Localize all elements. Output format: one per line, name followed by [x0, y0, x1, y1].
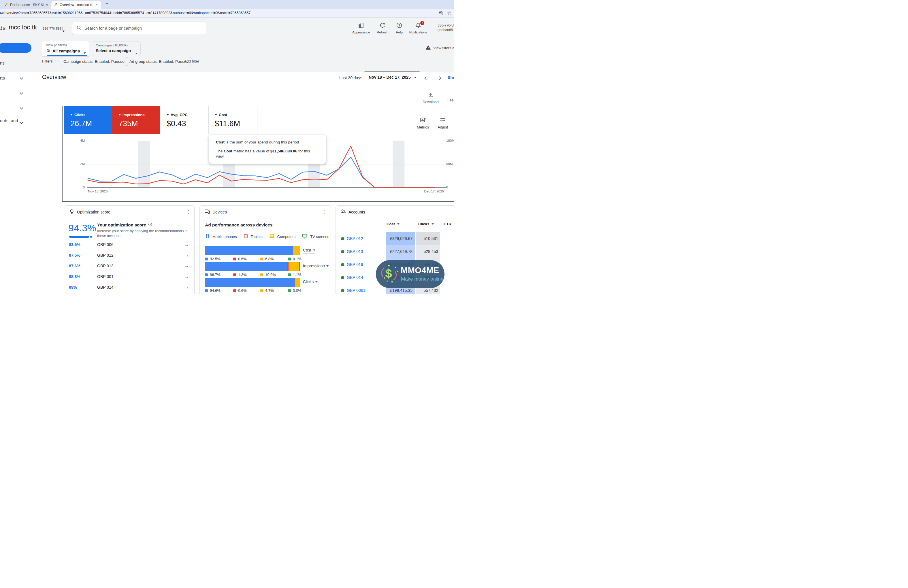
primary-action-pill[interactable]: [0, 43, 31, 53]
device-pct-row: 94.6% 0.6% 4.7% 0.0%: [205, 288, 303, 292]
row-score: 89%: [69, 285, 77, 289]
notifications-button[interactable]: Notifications: [407, 22, 429, 34]
account-link[interactable]: GBP 019: [347, 262, 363, 267]
zoom-in-icon[interactable]: [439, 10, 444, 17]
arrow-right-icon[interactable]: →: [184, 274, 189, 280]
arrow-right-icon[interactable]: →: [184, 252, 189, 258]
help-button[interactable]: ? Help: [388, 22, 410, 34]
metric-label: Avg. CPC: [171, 112, 188, 117]
view-filter-label: View (2 filters): [46, 43, 67, 47]
search-input[interactable]: Search for a page or campaign: [72, 22, 206, 35]
devices-chart-title: Ad performance across devices: [205, 222, 272, 228]
card-menu-icon[interactable]: ⋮: [186, 209, 191, 215]
metric-value: 735M: [119, 119, 160, 128]
metric-caret-icon: [119, 114, 121, 116]
sidebar-item-keywords-fragment[interactable]: ords, and: [0, 118, 18, 123]
bar-metric-dropdown-cost[interactable]: Cost: [303, 248, 316, 254]
chevron-down-icon[interactable]: [19, 76, 23, 80]
sidebar-item-reports-fragment[interactable]: rts: [0, 76, 5, 80]
chevron-down-icon[interactable]: [19, 106, 23, 109]
search-placeholder: Search for a page or campaign: [84, 26, 142, 31]
account-link[interactable]: GBP 014: [347, 275, 363, 280]
mmo4me-watermark: $ MMO4ME Make money online: [376, 260, 444, 288]
card-menu-icon[interactable]: ⋮: [322, 209, 327, 215]
user-info[interactable]: 336-776-58 ganhan69: [438, 23, 454, 32]
refresh-icon: [379, 24, 386, 29]
column-header-ctr: CTR: [444, 222, 451, 229]
tab-close-icon[interactable]: ×: [95, 3, 98, 6]
metric-value: $0.43: [167, 119, 208, 128]
new-tab-button[interactable]: +: [106, 1, 108, 6]
chevron-down-icon[interactable]: [19, 120, 23, 124]
optimization-row[interactable]: 83.5% GBP 006 →: [64, 239, 194, 250]
optimization-row[interactable]: 89% GBP 014 →: [64, 282, 194, 293]
metric-card-avg-cpc[interactable]: Avg. CPC $0.43: [160, 106, 208, 134]
chevron-down-icon[interactable]: [19, 91, 23, 95]
optimization-row[interactable]: 87.5% GBP 012 →: [64, 250, 194, 261]
column-header-clicks[interactable]: Clicks: [418, 222, 434, 229]
time-series-chart: 4M 2M 0 180M 90M 0 Nov 18, 2025 Dec 17, …: [64, 139, 449, 198]
account-link[interactable]: GBP 013: [347, 249, 363, 254]
appearance-button[interactable]: Appearance: [351, 22, 372, 34]
left-axis-tick: 0: [64, 186, 85, 189]
bar-metric-dropdown-impressions[interactable]: Impressions: [303, 263, 328, 269]
metrics-button[interactable]: Metrics: [413, 117, 433, 129]
metric-card-cost[interactable]: Cost $11.6M: [208, 106, 256, 134]
account-picker-caret-icon[interactable]: [62, 28, 64, 33]
filter-chip-campaign-status[interactable]: Campaign status: Enabled, Paused: [58, 57, 129, 66]
account-link[interactable]: GBP 0061: [347, 288, 365, 293]
url-bar[interactable]: aw/overview?ocid=7865368557&euid=1560821…: [0, 9, 454, 18]
add-filter-button[interactable]: Add filter: [184, 59, 199, 63]
view-filters-warning: View filters aren't: [425, 45, 454, 51]
feedback-link[interactable]: Feedback: [448, 98, 454, 102]
metric-label: Cost: [219, 112, 227, 117]
left-axis-tick: 2M: [64, 162, 85, 165]
appearance-icon: [358, 24, 364, 29]
mmo4me-logo: $: [379, 263, 399, 286]
google-ads-favicon: [54, 3, 58, 7]
column-header-cost[interactable]: Cost: [386, 222, 399, 229]
metric-card-clicks[interactable]: Clicks 26.7M: [64, 106, 112, 134]
arrow-right-icon[interactable]: →: [184, 263, 189, 269]
arrow-right-icon[interactable]: →: [184, 242, 189, 247]
bookmark-star-icon[interactable]: ☆: [447, 10, 451, 16]
adjust-button[interactable]: Adjust: [433, 117, 453, 129]
metric-caret-icon: [167, 114, 169, 116]
filter-chip-adgroup-status[interactable]: Ad group status: Enabled, Paused: [124, 57, 193, 66]
metric-card-impressions[interactable]: Impressions 735M: [112, 106, 160, 134]
row-account: GBP 001: [97, 274, 114, 279]
google-ads-favicon: [5, 3, 8, 7]
metric-value: 26.7M: [70, 119, 112, 128]
date-range-dropdown[interactable]: Nov 18 – Dec 17, 2025: [364, 71, 420, 83]
optimization-row[interactable]: 87.6% GBP 013 →: [64, 261, 194, 272]
view-filter-dropdown[interactable]: View (2 filters) All campaigns: [42, 41, 89, 56]
svg-text:$: $: [385, 267, 392, 280]
sidebar-item-campaigns-fragment[interactable]: ns: [0, 61, 5, 66]
warning-triangle-icon: [425, 45, 431, 51]
next-period-button[interactable]: [438, 76, 441, 81]
download-button[interactable]: Download: [421, 92, 440, 104]
arrow-right-icon[interactable]: →: [184, 284, 189, 290]
date-range-value: Nov 18 – Dec 17, 2025: [369, 75, 411, 80]
browser-tab-strip: Performance - SKY NET GBP 24 × Overview …: [0, 0, 454, 9]
adjust-sliders-icon: [440, 119, 446, 124]
enabled-status-dot: [341, 276, 344, 279]
url-text: aw/overview?ocid=7865368557&euid=1560821…: [0, 11, 251, 15]
tab-close-icon[interactable]: ×: [46, 3, 48, 6]
row-account: GBP 012: [97, 253, 114, 257]
tab-overview[interactable]: Overview - mcc loc tk - Google ×: [51, 1, 101, 9]
optimization-row[interactable]: 88.8% GBP 001 →: [64, 272, 194, 282]
metric-label: Clicks: [74, 112, 85, 117]
account-link[interactable]: GBP 012: [347, 236, 363, 241]
bar-metric-dropdown-clicks[interactable]: Clicks: [303, 280, 318, 285]
optimization-score-card: Optimization score ⋮ 94.3% Your optimiza…: [64, 206, 195, 294]
show-link[interactable]: Show: [448, 75, 454, 80]
cost-cell: £329,026.67: [386, 232, 415, 245]
help-circle-icon[interactable]: ?: [148, 222, 152, 227]
account-name[interactable]: mcc loc tk: [9, 24, 37, 31]
previous-period-button[interactable]: [425, 76, 427, 81]
tab-performance[interactable]: Performance - SKY NET GBP 24 ×: [3, 1, 50, 9]
cost-tooltip: Cost is the sum of your spend during thi…: [209, 135, 326, 164]
campaign-select-dropdown[interactable]: Campaigns (10,000+) Select a campaign: [92, 41, 141, 56]
notifications-label: Notifications: [407, 31, 429, 34]
